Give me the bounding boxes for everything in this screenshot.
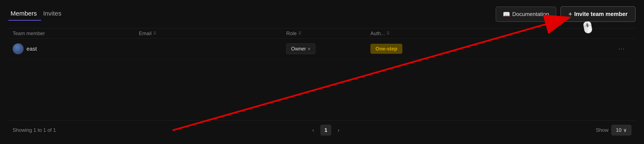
next-page-button[interactable]: › <box>335 126 342 135</box>
col-auth: Auth... ⠿ <box>370 30 454 36</box>
table-header: Team member Email ⠿ Role ⠿ Auth... ⠿ <box>8 28 636 39</box>
table-row: east Owner ∨ One-step ··· <box>8 39 636 59</box>
show-control: Show 10 ∨ <box>596 125 631 135</box>
main-container: Members Invites 📖 Documentation + Invite… <box>0 0 644 144</box>
col-role: Role ⠿ <box>286 30 370 36</box>
more-options-button[interactable]: ··· <box>616 45 627 53</box>
col-email: Email ⠿ <box>139 30 286 36</box>
tab-invites[interactable]: Invites <box>41 8 66 21</box>
email-sort-icon[interactable]: ⠿ <box>153 31 156 36</box>
chevron-down-icon: ∨ <box>308 46 310 51</box>
tabs: Members Invites <box>8 8 66 21</box>
pagination-row: Showing 1 to 1 of 1 ‹ 1 › Show 10 ∨ <box>8 120 636 138</box>
pagination-controls: ‹ 1 › <box>309 125 342 136</box>
header-row: Members Invites 📖 Documentation + Invite… <box>8 6 636 22</box>
invite-team-member-button[interactable]: + Invite team member <box>560 6 636 22</box>
header-buttons: 📖 Documentation + Invite team member <box>496 6 636 22</box>
show-label: Show <box>596 127 608 133</box>
auth-badge: One-step <box>370 44 402 54</box>
plus-icon: + <box>568 10 572 18</box>
book-icon: 📖 <box>503 11 510 18</box>
cell-auth: One-step <box>370 44 454 54</box>
show-chevron-icon: ∨ <box>623 127 627 133</box>
pagination-text: Showing 1 to 1 of 1 <box>13 127 56 133</box>
auth-sort-icon[interactable]: ⠿ <box>386 31 390 36</box>
show-count-dropdown[interactable]: 10 ∨ <box>612 125 631 135</box>
avatar <box>13 43 24 54</box>
members-table: Team member Email ⠿ Role ⠿ Auth... ⠿ <box>8 28 636 120</box>
col-team-member: Team member <box>13 30 139 36</box>
cell-actions: ··· <box>454 45 631 53</box>
cell-role: Owner ∨ <box>286 43 370 54</box>
cell-team-member: east <box>13 43 139 54</box>
col-actions <box>454 30 631 36</box>
prev-page-button[interactable]: ‹ <box>309 126 317 135</box>
tab-members[interactable]: Members <box>8 8 41 21</box>
role-sort-icon[interactable]: ⠿ <box>298 31 302 36</box>
current-page[interactable]: 1 <box>320 125 331 136</box>
documentation-button[interactable]: 📖 Documentation <box>496 6 556 22</box>
role-dropdown[interactable]: Owner ∨ <box>286 43 315 54</box>
